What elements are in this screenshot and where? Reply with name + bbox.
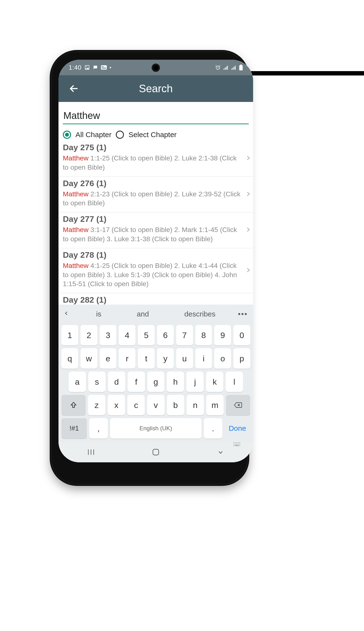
key-1[interactable]: 1 xyxy=(62,325,78,345)
key-s[interactable]: s xyxy=(88,372,106,392)
key-n[interactable]: n xyxy=(186,395,204,415)
key-u[interactable]: u xyxy=(176,348,193,369)
backspace-key[interactable] xyxy=(226,395,250,415)
key-h[interactable]: h xyxy=(167,372,184,392)
key-2[interactable]: 2 xyxy=(80,325,97,345)
key-o[interactable]: o xyxy=(214,348,231,369)
key-g[interactable]: g xyxy=(147,372,164,392)
suggestion[interactable]: and xyxy=(137,310,149,318)
radio-select-label: Select Chapter xyxy=(128,130,176,139)
highlight: Matthew xyxy=(63,226,88,234)
signal-icon xyxy=(224,65,228,70)
result-body: Matthew 2:1-23 (Click to open Bible) 2. … xyxy=(63,190,249,208)
key-y[interactable]: y xyxy=(157,348,174,369)
svg-rect-17 xyxy=(153,449,159,455)
chevron-right-icon xyxy=(245,226,251,235)
keyboard-toggle-icon[interactable] xyxy=(233,442,240,448)
key-e[interactable]: e xyxy=(100,348,116,369)
result-title: Day 275 (1) xyxy=(63,143,249,152)
canvas: 1:40 • xyxy=(0,0,364,631)
key-m[interactable]: m xyxy=(206,395,224,415)
svg-point-1 xyxy=(86,66,87,67)
key-f[interactable]: f xyxy=(128,372,145,392)
key-j[interactable]: j xyxy=(186,372,204,392)
chevron-left-icon[interactable] xyxy=(64,310,69,318)
svg-rect-3 xyxy=(102,66,104,67)
key-a[interactable]: a xyxy=(69,372,86,392)
keyboard-row-fn: !#1 , English (UK) . Done xyxy=(58,417,253,442)
list-item[interactable]: Day 275 (1) Matthew 1:1-25 (Click to ope… xyxy=(58,141,253,177)
camera-hole xyxy=(152,64,160,72)
radio-select-chapter[interactable] xyxy=(116,130,124,139)
more-icon[interactable]: ••• xyxy=(238,310,248,318)
svg-rect-15 xyxy=(240,64,242,65)
key-d[interactable]: d xyxy=(108,372,125,392)
screen: 1:40 • xyxy=(58,60,253,462)
shift-icon xyxy=(70,402,77,409)
key-z[interactable]: z xyxy=(88,395,105,415)
done-key[interactable]: Done xyxy=(225,418,250,438)
news-icon xyxy=(101,65,107,70)
nav-recent[interactable] xyxy=(76,449,106,455)
key-5[interactable]: 5 xyxy=(138,325,154,345)
list-item[interactable]: Day 277 (1) Matthew 3:1-17 (Click to ope… xyxy=(58,212,253,248)
arrow-left-icon xyxy=(69,83,79,94)
list-item[interactable]: Day 278 (1) Matthew 4:1-25 (Click to ope… xyxy=(58,248,253,293)
key-9[interactable]: 9 xyxy=(214,325,231,345)
home-icon xyxy=(152,448,160,456)
shift-key[interactable] xyxy=(62,395,86,415)
svg-point-26 xyxy=(238,444,238,444)
results-list[interactable]: Day 275 (1) Matthew 1:1-25 (Click to ope… xyxy=(58,141,253,304)
key-c[interactable]: c xyxy=(128,395,145,415)
result-title: Day 282 (1) xyxy=(63,295,249,304)
chapter-filter: All Chapter Select Chapter xyxy=(58,126,253,141)
key-x[interactable]: x xyxy=(108,395,125,415)
key-i[interactable]: i xyxy=(195,348,212,369)
nav-home[interactable] xyxy=(141,448,170,456)
list-item[interactable]: Day 282 (1) xyxy=(58,293,253,304)
nav-back[interactable] xyxy=(206,449,235,455)
system-nav-bar xyxy=(58,442,253,462)
list-item[interactable]: Day 276 (1) Matthew 2:1-23 (Click to ope… xyxy=(58,177,253,212)
key-r[interactable]: r xyxy=(119,348,136,369)
keyboard-row-numbers: 1 2 3 4 5 6 7 8 9 0 xyxy=(58,324,253,347)
phone-frame: 1:40 • xyxy=(50,50,249,486)
space-key[interactable]: English (UK) xyxy=(110,418,202,438)
key-0[interactable]: 0 xyxy=(234,325,250,345)
status-bar: 1:40 • xyxy=(58,60,253,75)
svg-point-28 xyxy=(234,445,234,446)
suggestion-bar: is and describes ••• xyxy=(58,304,253,324)
key-p[interactable]: p xyxy=(234,348,250,369)
result-body: Matthew 4:1-25 (Click to open Bible) 2. … xyxy=(63,261,249,288)
key-7[interactable]: 7 xyxy=(176,325,193,345)
key-b[interactable]: b xyxy=(167,395,184,415)
period-key[interactable]: . xyxy=(204,418,222,438)
keyboard-row-bottom: z x c v b n m xyxy=(58,394,253,417)
key-w[interactable]: w xyxy=(80,348,97,369)
key-t[interactable]: t xyxy=(138,348,154,369)
key-3[interactable]: 3 xyxy=(100,325,116,345)
search-input[interactable] xyxy=(63,109,249,124)
svg-rect-10 xyxy=(227,66,228,70)
chat-icon xyxy=(93,65,98,70)
back-button[interactable] xyxy=(64,75,84,102)
key-q[interactable]: q xyxy=(62,348,78,369)
search-wrap xyxy=(58,102,253,126)
suggestion[interactable]: is xyxy=(96,310,102,318)
highlight: Matthew xyxy=(63,190,88,198)
key-4[interactable]: 4 xyxy=(119,325,136,345)
svg-rect-7 xyxy=(224,69,224,70)
keyboard-row-top: q w e r t y u i o p xyxy=(58,347,253,370)
key-8[interactable]: 8 xyxy=(195,325,212,345)
key-k[interactable]: k xyxy=(206,372,223,392)
result-body: Matthew 1:1-25 (Click to open Bible) 2. … xyxy=(63,154,249,172)
key-l[interactable]: l xyxy=(226,372,243,392)
radio-all-chapter[interactable] xyxy=(63,130,71,139)
svg-point-22 xyxy=(239,442,240,443)
svg-point-18 xyxy=(234,442,234,443)
key-v[interactable]: v xyxy=(147,395,164,415)
suggestion[interactable]: describes xyxy=(184,310,216,318)
comma-key[interactable]: , xyxy=(89,418,108,438)
key-6[interactable]: 6 xyxy=(157,325,174,345)
symbols-key[interactable]: !#1 xyxy=(62,418,87,438)
